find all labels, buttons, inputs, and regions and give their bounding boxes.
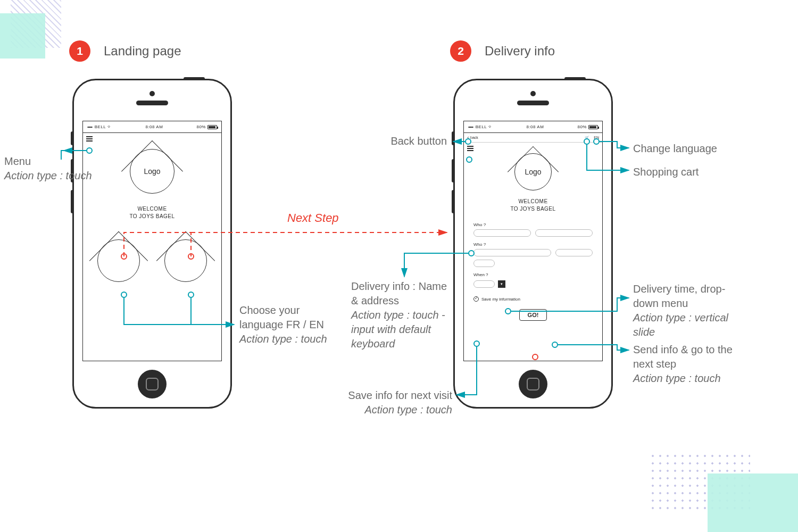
ann-menu: MenuAction type : touch xyxy=(4,154,92,183)
callout-dot xyxy=(86,147,93,154)
home-button-icon xyxy=(138,370,167,398)
callout-dot xyxy=(473,340,480,347)
address-zip-input[interactable] xyxy=(555,249,593,256)
time-dropdown[interactable]: ▾ xyxy=(498,280,505,288)
name-last-input[interactable] xyxy=(535,229,593,237)
save-info-label: Save my information xyxy=(481,297,520,302)
callout-dot xyxy=(593,138,600,145)
nav-row: < back 🛒EN xyxy=(464,133,602,143)
callout-dot xyxy=(532,354,538,360)
decoration-bottom-right xyxy=(660,426,798,532)
address-label: Who ? xyxy=(473,242,593,247)
phone-mockup-1: ••••• BELL ᯤ 8:08 AM 80% Logo WELCOMETO … xyxy=(72,79,232,409)
callout-dot xyxy=(466,156,472,163)
time-input[interactable] xyxy=(473,280,495,288)
ann-save-info: Save info for next visitAction type : to… xyxy=(303,388,452,417)
callout-dot xyxy=(465,138,471,145)
step-title-2: Delivery info xyxy=(485,44,555,59)
who-label: Who ? xyxy=(473,222,593,227)
next-step-label: Next Step xyxy=(287,211,339,225)
step-badge-2: 2 xyxy=(450,40,471,62)
callout-dot xyxy=(188,292,194,298)
logo-placeholder: Logo xyxy=(514,153,552,190)
ann-send-info: Send info & go to the next stepAction ty… xyxy=(633,343,745,386)
address-street-input[interactable] xyxy=(473,249,551,256)
callout-dot xyxy=(121,253,127,260)
callout-dot xyxy=(505,308,511,314)
callout-dot xyxy=(121,292,127,298)
ann-delivery-time: Delivery time, drop-down menuAction type… xyxy=(633,282,745,339)
hamburger-menu-icon[interactable] xyxy=(86,136,93,142)
ann-language: Choose your language FR / ENAction type … xyxy=(239,303,346,346)
ann-shopping-cart: Shopping cart xyxy=(633,165,699,179)
callout-dot xyxy=(188,253,194,260)
welcome-text: WELCOMETO JOYS BAGEL xyxy=(464,198,602,213)
go-button[interactable]: GO! xyxy=(519,309,547,321)
logo-placeholder: Logo xyxy=(130,149,174,194)
status-bar: ••••• BELL ᯤ 8:08 AM 80% xyxy=(464,121,602,133)
callout-dot xyxy=(552,342,558,348)
language-option-en[interactable] xyxy=(164,239,207,282)
status-bar: ••••• BELL ᯤ 8:08 AM 80% xyxy=(83,121,221,133)
address-extra-input[interactable] xyxy=(473,260,495,267)
welcome-text: WELCOMETO JOYS BAGEL xyxy=(83,205,221,220)
home-button-icon xyxy=(519,370,547,398)
ann-change-language: Change language xyxy=(633,142,717,156)
name-first-input[interactable] xyxy=(473,229,531,237)
decoration-top-left xyxy=(0,0,59,59)
callout-dot xyxy=(468,250,475,256)
language-option-fr[interactable] xyxy=(97,239,140,282)
when-label: When ? xyxy=(473,272,593,277)
callout-dot xyxy=(584,138,590,145)
ann-delivery-info: Delivery info : Name & addressAction typ… xyxy=(351,279,452,351)
step-title-1: Landing page xyxy=(104,44,181,59)
hamburger-menu-icon[interactable] xyxy=(467,146,473,151)
ann-back: Back button xyxy=(362,134,447,148)
step-badge-1: 1 xyxy=(69,40,90,62)
save-info-checkbox[interactable] xyxy=(473,296,479,302)
